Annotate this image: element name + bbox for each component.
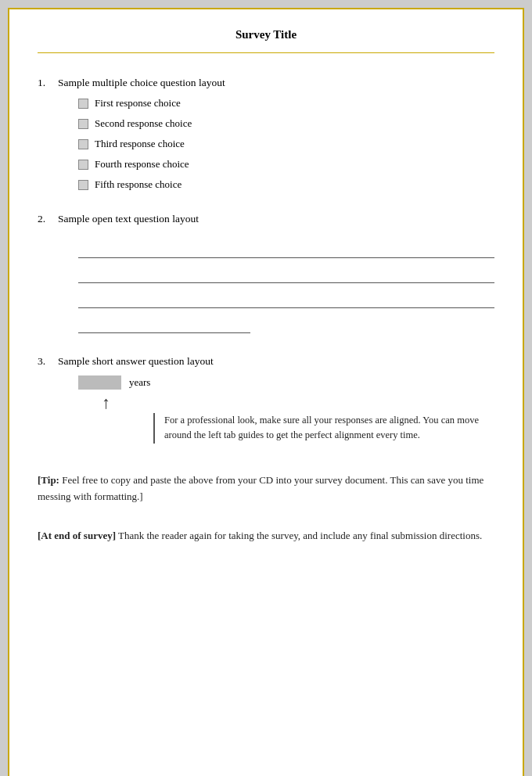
question-3-label: 3. Sample short answer question layout	[38, 355, 494, 368]
question-1-text: Sample multiple choice question layout	[58, 77, 225, 89]
question-2: 2. Sample open text question layout	[38, 213, 494, 333]
question-2-text: Sample open text question layout	[58, 213, 199, 225]
question-3-number: 3.	[38, 355, 53, 368]
text-line-4[interactable]	[78, 311, 250, 333]
tip-block: [Tip: Feel free to copy and paste the ab…	[38, 472, 494, 505]
checkbox-1-icon[interactable]	[78, 99, 88, 109]
short-answer-input[interactable]	[78, 375, 121, 390]
end-prefix: [At end of survey]	[38, 530, 116, 541]
text-line-3[interactable]	[78, 286, 494, 308]
short-answer-area: years	[78, 375, 494, 390]
tip-prefix: [Tip:	[38, 474, 59, 486]
note-arrow-icon: ↑	[102, 393, 110, 413]
survey-title: Survey Title	[38, 28, 494, 53]
choice-5-label: Fifth response choice	[95, 178, 182, 191]
question-3: 3. Sample short answer question layout y…	[38, 355, 494, 390]
checkbox-3-icon[interactable]	[78, 139, 88, 149]
text-line-1[interactable]	[78, 236, 494, 258]
choice-1-label: First response choice	[95, 97, 181, 110]
question-1-label: 1. Sample multiple choice question layou…	[38, 77, 494, 89]
question-2-label: 2. Sample open text question layout	[38, 213, 494, 225]
choice-2[interactable]: Second response choice	[78, 117, 494, 130]
choice-3[interactable]: Third response choice	[78, 138, 494, 150]
question-1-number: 1.	[38, 77, 53, 89]
question-3-text: Sample short answer question layout	[58, 355, 214, 368]
choice-4[interactable]: Fourth response choice	[78, 158, 494, 171]
question-1-choices: First response choice Second response ch…	[78, 97, 494, 191]
question-1: 1. Sample multiple choice question layou…	[38, 77, 494, 191]
checkbox-2-icon[interactable]	[78, 119, 88, 129]
short-answer-unit: years	[129, 376, 150, 389]
choice-5[interactable]: Fifth response choice	[78, 178, 494, 191]
choice-2-label: Second response choice	[95, 117, 192, 130]
checkbox-5-icon[interactable]	[78, 180, 88, 190]
end-block: [At end of survey] Thank the reader agai…	[38, 527, 494, 544]
question-2-number: 2.	[38, 213, 53, 225]
tip-body: Feel free to copy and paste the above fr…	[38, 474, 483, 502]
choice-3-label: Third response choice	[95, 138, 185, 150]
choice-4-label: Fourth response choice	[95, 158, 189, 171]
note-text: For a professional look, make sure all y…	[164, 413, 494, 444]
note-block: For a professional look, make sure all y…	[153, 413, 494, 444]
open-text-lines	[78, 236, 494, 333]
text-line-2[interactable]	[78, 261, 494, 283]
choice-1[interactable]: First response choice	[78, 97, 494, 110]
title-text: Survey Title	[235, 28, 297, 41]
checkbox-4-icon[interactable]	[78, 160, 88, 170]
survey-page: Survey Title 1. Sample multiple choice q…	[8, 8, 524, 776]
end-body: Thank the reader again for taking the su…	[116, 530, 482, 541]
